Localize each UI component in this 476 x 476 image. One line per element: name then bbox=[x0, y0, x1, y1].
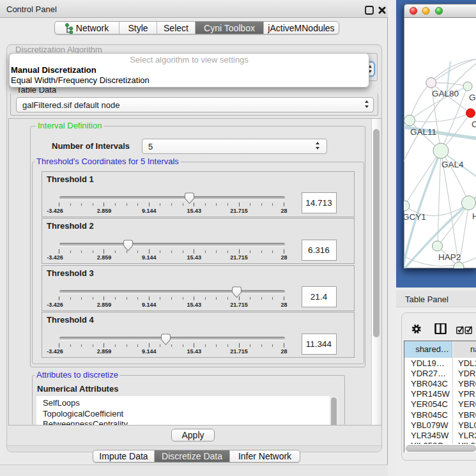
svg-text:GAL11: GAL11 bbox=[410, 127, 436, 137]
svg-text:GAL4: GAL4 bbox=[441, 160, 464, 169]
svg-text:GA: GA bbox=[469, 93, 476, 102]
svg-text:GAL80: GAL80 bbox=[432, 89, 459, 98]
svg-text:GCY1: GCY1 bbox=[404, 212, 426, 222]
svg-text:HAP2: HAP2 bbox=[438, 252, 461, 262]
svg-text:H: H bbox=[472, 211, 476, 221]
svg-text:C: C bbox=[472, 119, 476, 129]
